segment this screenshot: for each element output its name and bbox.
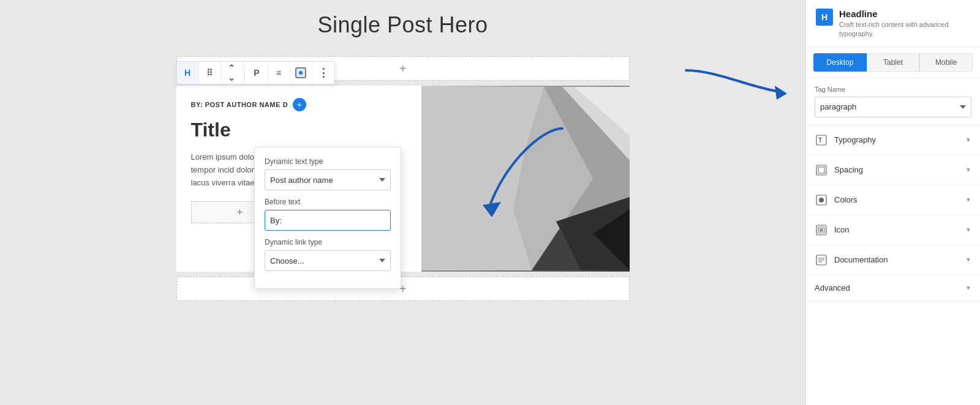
- dynamic-text-type-label: Dynamic text type: [265, 157, 391, 166]
- icon-chevron: ▼: [965, 226, 971, 233]
- advanced-label: Advanced: [815, 283, 959, 292]
- typography-chevron: ▼: [965, 136, 971, 143]
- author-line: BY: POST AUTHOR NAME D +: [191, 98, 407, 111]
- svg-rect-16: [816, 165, 826, 175]
- toolbar-up-down-button[interactable]: ⌃⌄: [221, 62, 243, 84]
- canvas-area: Single Post Hero + H ⠿ ⌃⌄ P ≡ ⋮: [0, 0, 805, 405]
- post-image: [421, 86, 630, 272]
- content-block-wrapper: H ⠿ ⌃⌄ P ≡ ⋮ BY: POST AUTHOR NAME D +: [176, 86, 630, 272]
- tab-desktop[interactable]: Desktop: [813, 53, 867, 72]
- accordion-spacing-header[interactable]: Spacing ▼: [806, 155, 980, 185]
- documentation-icon: [815, 253, 828, 267]
- colors-label: Colors: [834, 195, 959, 204]
- svg-rect-17: [818, 167, 824, 173]
- accordion-spacing: Spacing ▼: [806, 155, 980, 185]
- panel-header-icon: H: [816, 9, 833, 26]
- before-text-input[interactable]: [265, 210, 391, 231]
- colors-chevron: ▼: [965, 196, 971, 203]
- dynamic-link-type-select[interactable]: Choose... Post URL Author URL: [265, 250, 391, 271]
- author-text: BY: POST AUTHOR NAME: [191, 101, 281, 108]
- toolbar-p-button[interactable]: P: [246, 62, 268, 84]
- accordion-documentation: Documentation ▼: [806, 245, 980, 275]
- add-section-bottom-button[interactable]: +: [176, 277, 630, 301]
- before-text-label: Before text: [265, 198, 391, 206]
- block-toolbar: H ⠿ ⌃⌄ P ≡ ⋮: [176, 61, 335, 84]
- add-inline-button[interactable]: +: [293, 98, 306, 111]
- panel-header-text: Headline Craft text-rich content with ad…: [839, 9, 970, 39]
- documentation-chevron: ▼: [965, 256, 971, 263]
- svg-rect-22: [820, 228, 823, 232]
- post-title: Title: [191, 119, 407, 141]
- device-tabs: Desktop Tablet Mobile: [806, 47, 980, 78]
- tab-mobile[interactable]: Mobile: [919, 53, 973, 72]
- panel-description: Craft text-rich content with advanced ty…: [839, 20, 970, 39]
- dynamic-text-type-select[interactable]: Post author name Post title Post date Po…: [265, 169, 391, 190]
- toolbar-dynamic-button[interactable]: [290, 62, 312, 84]
- page-title: Single Post Hero: [317, 12, 488, 38]
- icon-label: Icon: [834, 225, 959, 234]
- toolbar-divider: [244, 65, 245, 80]
- read-more-plus-icon: +: [236, 206, 243, 219]
- typography-icon: T: [815, 133, 828, 147]
- spacing-chevron: ▼: [965, 166, 971, 173]
- author-suffix: D: [283, 101, 288, 108]
- toolbar-align-button[interactable]: ≡: [268, 62, 290, 84]
- svg-text:T: T: [818, 137, 822, 144]
- accordion-icon-header[interactable]: Icon ▼: [806, 215, 980, 245]
- dynamic-text-popup: Dynamic text type Post author name Post …: [254, 147, 401, 289]
- svg-point-1: [299, 71, 303, 75]
- add-section-top-icon: +: [399, 62, 407, 76]
- geometric-svg: [421, 86, 630, 272]
- tag-name-select[interactable]: paragraph h1 h2 h3 div span: [815, 97, 971, 117]
- toolbar-drag-button[interactable]: ⠿: [199, 62, 221, 84]
- accordion-colors-header[interactable]: Colors ▼: [806, 185, 980, 215]
- colors-icon: [815, 193, 828, 207]
- spacing-icon: [815, 163, 828, 177]
- accordion-documentation-header[interactable]: Documentation ▼: [806, 245, 980, 275]
- icon-icon: [815, 223, 828, 237]
- tab-tablet[interactable]: Tablet: [867, 53, 920, 72]
- right-panel: H Headline Craft text-rich content with …: [805, 0, 980, 405]
- panel-title: Headline: [839, 9, 970, 19]
- tag-name-label: Tag Name: [815, 86, 971, 93]
- tag-name-section: Tag Name paragraph h1 h2 h3 div span: [806, 78, 980, 125]
- dynamic-link-type-label: Dynamic link type: [265, 238, 391, 247]
- toolbar-h-button[interactable]: H: [177, 62, 199, 84]
- panel-header: H Headline Craft text-rich content with …: [806, 0, 980, 47]
- spacing-label: Spacing: [834, 165, 959, 174]
- svg-point-19: [819, 198, 824, 202]
- accordion-advanced: Advanced ▼: [806, 275, 980, 301]
- advanced-chevron: ▼: [965, 284, 971, 291]
- accordion-advanced-header[interactable]: Advanced ▼: [806, 275, 980, 300]
- content-block: BY: POST AUTHOR NAME D + Title Lorem ips…: [176, 86, 630, 272]
- documentation-label: Documentation: [834, 255, 959, 264]
- accordion-colors: Colors ▼: [806, 185, 980, 215]
- typography-label: Typography: [834, 135, 959, 144]
- accordion-typography-header[interactable]: T Typography ▼: [806, 125, 980, 155]
- accordion-icon: Icon ▼: [806, 215, 980, 245]
- accordion-typography: T Typography ▼: [806, 125, 980, 155]
- toolbar-more-button[interactable]: ⋮: [312, 62, 334, 84]
